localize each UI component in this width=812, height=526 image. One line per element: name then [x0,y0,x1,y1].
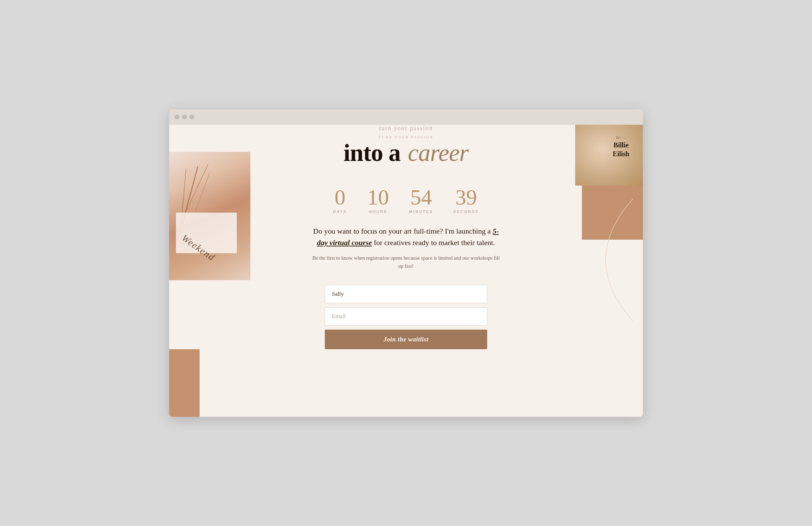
countdown-timer: 0 DAYS 10 HOURS 54 MINUTES 39 SECONDS [333,186,479,214]
page-title: into a career [344,140,468,166]
above-fold-text: turn your passion [379,125,433,132]
browser-dot-yellow [182,115,187,119]
signup-form: Join the waitlist [325,285,487,349]
name-input[interactable] [325,285,487,303]
title-eyebrow: turn your passion [344,135,468,139]
left-brown-decoration [169,349,200,417]
countdown-minutes-label: MINUTES [409,210,433,214]
join-waitlist-button[interactable]: Join the waitlist [325,330,487,349]
browser-dot-green [189,115,194,119]
page-content: Weekend Be — Billie Eilish [169,125,643,417]
description-sub-text: Be the first to know when registration o… [311,254,501,270]
countdown-days: 0 DAYS [333,186,347,214]
browser-bar [169,109,643,125]
email-input[interactable] [325,307,487,326]
countdown-days-value: 0 [335,186,345,208]
countdown-minutes: 54 MINUTES [409,186,433,214]
description-highlight: 5-day virtual course [317,227,499,247]
countdown-minutes-value: 54 [410,186,432,208]
countdown-hours-label: HOURS [369,210,387,214]
main-content: turn your passion turn your passion into… [169,125,643,349]
description-main-text: Do you want to focus on your art full-ti… [311,225,501,249]
title-prefix: into a [344,139,400,166]
description-area: Do you want to focus on your art full-ti… [311,225,501,270]
countdown-days-label: DAYS [333,210,347,214]
browser-dot-red [175,115,179,119]
browser-window: Weekend Be — Billie Eilish [169,109,643,417]
countdown-seconds: 39 SECONDS [453,186,479,214]
countdown-seconds-value: 39 [455,186,477,208]
countdown-hours-value: 10 [367,186,389,208]
title-italic: career [408,139,468,166]
countdown-hours: 10 HOURS [367,186,389,214]
countdown-seconds-label: SECONDS [453,210,479,214]
title-area: turn your passion into a career [344,135,468,166]
